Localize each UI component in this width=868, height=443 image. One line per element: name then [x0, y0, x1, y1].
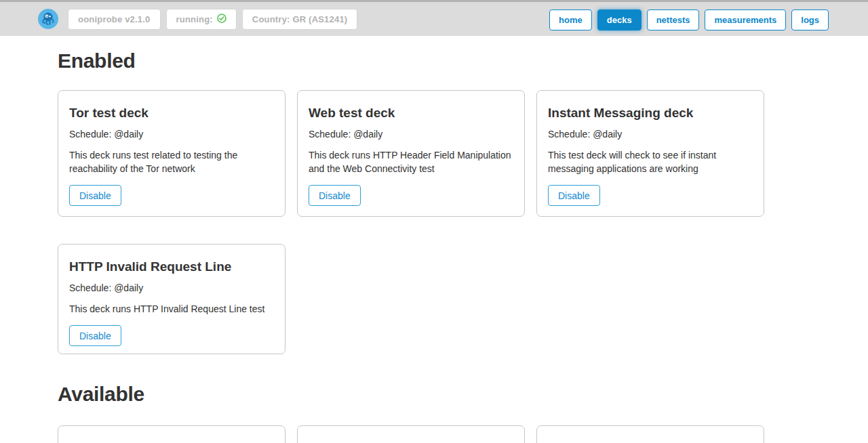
nav-nettests[interactable]: nettests	[647, 9, 700, 30]
check-circle-icon	[217, 14, 226, 25]
deck-schedule: Schedule: @daily	[69, 129, 274, 140]
deck-title: Web test deck	[309, 106, 513, 120]
ooni-logo-icon	[38, 9, 58, 29]
nav-decks[interactable]: decks	[597, 9, 642, 30]
deck-card-available-1	[58, 425, 285, 443]
deck-card-tor: Tor test deck Schedule: @daily This deck…	[58, 90, 285, 217]
deck-card-available-3	[536, 425, 764, 443]
disable-button-instant-messaging[interactable]: Disable	[548, 185, 600, 206]
deck-schedule: Schedule: @daily	[309, 129, 513, 140]
version-badge: ooniprobe v2.1.0	[68, 9, 161, 30]
country-badge-label: Country: GR (AS1241)	[252, 14, 348, 24]
deck-schedule: Schedule: @daily	[69, 282, 274, 293]
deck-card-instant-messaging: Instant Messaging deck Schedule: @daily …	[536, 90, 764, 217]
deck-description: This test deck will check to see if inst…	[548, 148, 753, 175]
top-bar: ooniprobe v2.1.0 running: Country: GR (A…	[0, 0, 868, 36]
available-heading: Available	[58, 383, 764, 406]
nav-home[interactable]: home	[549, 9, 592, 30]
deck-description: This deck runs HTTP Header Field Manipul…	[309, 148, 513, 175]
deck-title: Tor test deck	[69, 106, 274, 120]
running-badge: running:	[166, 9, 237, 30]
available-decks-row	[58, 425, 764, 443]
status-badges: ooniprobe v2.1.0 running: Country: GR (A…	[68, 9, 357, 30]
main-content: Enabled Tor test deck Schedule: @daily T…	[58, 49, 764, 443]
deck-card-web: Web test deck Schedule: @daily This deck…	[297, 90, 525, 217]
deck-schedule: Schedule: @daily	[548, 129, 753, 140]
nav-logs[interactable]: logs	[791, 9, 829, 30]
enabled-decks-row-2: HTTP Invalid Request Line Schedule: @dai…	[58, 244, 764, 354]
disable-button-http-invalid-request-line[interactable]: Disable	[69, 325, 121, 346]
disable-button-tor[interactable]: Disable	[69, 185, 121, 206]
running-badge-label: running:	[176, 14, 213, 24]
disable-button-web[interactable]: Disable	[309, 185, 361, 206]
deck-card-available-2	[297, 425, 525, 443]
country-badge: Country: GR (AS1241)	[242, 9, 358, 30]
deck-description: This deck runs HTTP Invalid Request Line…	[69, 302, 274, 316]
deck-title: HTTP Invalid Request Line	[69, 259, 274, 274]
nav-measurements[interactable]: measurements	[705, 9, 786, 30]
deck-card-http-invalid-request-line: HTTP Invalid Request Line Schedule: @dai…	[58, 244, 285, 354]
enabled-decks-row-1: Tor test deck Schedule: @daily This deck…	[58, 90, 764, 217]
enabled-heading: Enabled	[58, 49, 764, 72]
main-nav: home decks nettests measurements logs	[549, 9, 829, 30]
deck-title: Instant Messaging deck	[548, 106, 753, 120]
deck-description: This deck runs test related to testing t…	[69, 148, 274, 175]
version-badge-label: ooniprobe v2.1.0	[78, 14, 151, 24]
